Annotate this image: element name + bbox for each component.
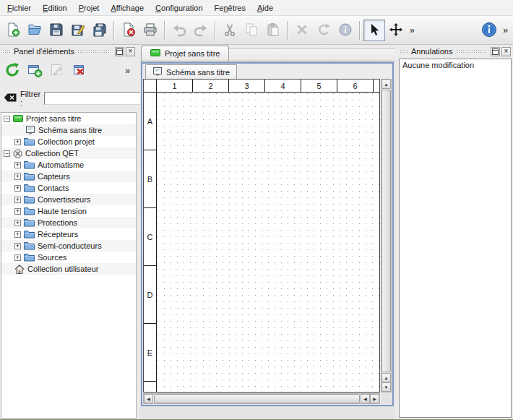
undo-history-list: Aucune modification [399,59,512,418]
save-all-button[interactable] [89,20,111,41]
diagram-grid-canvas[interactable] [158,93,379,392]
close-dock-button[interactable]: × [126,47,135,56]
menu-affichage[interactable]: Affichage [105,1,150,14]
float-window-icon [492,48,499,55]
expander-plus-icon[interactable]: + [14,220,21,226]
elements-panel-dock: Panel d'éléments × » Filtrer : −Projet s… [0,46,137,419]
scroll-up-button[interactable]: ▲ [381,373,391,382]
tree-item-sources[interactable]: +Sources [1,252,136,263]
float-dock-button[interactable] [115,47,124,56]
diagram-view[interactable]: 1 2 3 4 5 6 A B C D [143,79,380,393]
expander-plus-icon[interactable]: + [14,173,21,180]
scroll-left-button[interactable]: ◀ [144,394,153,403]
horizontal-scrollbar[interactable]: ◀ ◀ ▶ [143,393,380,404]
expander-plus-icon[interactable]: + [14,231,21,238]
menu-configuration[interactable]: Configuration [150,1,208,14]
print-icon [143,22,158,38]
expander-minus-icon[interactable]: − [4,116,10,122]
edit-element-button[interactable] [49,62,65,80]
select-mode-button[interactable] [363,20,385,41]
menu-edition[interactable]: Édition [37,1,73,14]
row-header: A [144,93,156,150]
delete-button[interactable] [291,20,313,41]
open-document-button[interactable] [24,20,46,41]
new-document-button[interactable] [2,20,24,41]
tree-item-collection-qet[interactable]: −Collection QET [1,147,136,159]
elements-panel-titlebar[interactable]: Panel d'éléments × [0,46,137,57]
vertical-scrollbar[interactable]: ▲ ▲ ▼ [381,79,392,393]
help-toolbar-overflow-chevron[interactable]: » [500,20,511,40]
tree-item-convertisseurs[interactable]: +Convertisseurs [1,194,136,205]
tab-schema-sans-titre[interactable]: Schéma sans titre [145,64,237,79]
reload-collections-button[interactable] [4,62,20,80]
expander-minus-icon[interactable]: − [4,150,10,157]
paste-button[interactable] [262,20,284,41]
tree-item-automatisme[interactable]: +Automatisme [1,159,136,171]
scroll-right-button[interactable]: ▶ [370,394,379,403]
column-header: 2 [193,80,229,92]
expander-plus-icon[interactable]: + [14,254,21,261]
float-dock-button[interactable] [491,47,500,56]
menu-aide[interactable]: Aide [251,1,279,14]
rotate-button[interactable] [313,20,335,41]
pan-mode-button[interactable] [385,20,407,41]
scroll-left-button[interactable]: ◀ [361,394,370,403]
expander-plus-icon[interactable]: + [14,243,21,249]
mdi-area: Projet sans titre Schéma sans titre [140,46,395,419]
clear-filter-icon[interactable] [4,93,17,103]
tree-item-project[interactable]: −Projet sans titre [1,113,136,124]
new-document-icon [6,22,20,38]
tree-item-recepteurs[interactable]: +Récepteurs [1,228,136,240]
print-button[interactable] [139,20,161,41]
qelectrotech-window: Fichier Édition Projet Affichage Configu… [0,0,513,420]
schema-tab-label: Schéma sans titre [166,68,230,77]
save-as-button[interactable] [67,20,89,41]
tree-item-contacts[interactable]: +Contacts [1,182,136,194]
save-button[interactable] [46,20,67,41]
filter-input[interactable] [44,92,152,105]
horizontal-scroll-track[interactable] [153,394,361,403]
tree-item-haute-tension[interactable]: +Haute tension [1,205,136,217]
dock-grip-texture [456,49,487,54]
about-button[interactable] [478,20,500,41]
elements-panel-toolbar: » [0,57,137,85]
toolbar-overflow-chevron[interactable]: » [407,20,418,40]
vertical-scroll-track[interactable] [381,89,391,373]
tree-item-capteurs[interactable]: +Capteurs [1,171,136,182]
element-info-icon [338,22,353,38]
element-info-button[interactable] [335,20,356,41]
menu-fenetres[interactable]: Fenêtres [209,1,251,14]
close-file-button[interactable] [118,20,139,41]
cut-button[interactable] [219,20,241,41]
tab-projet-sans-titre[interactable]: Projet sans titre [141,46,229,61]
tree-item-protections[interactable]: +Protections [1,217,136,228]
close-icon: × [504,48,509,55]
delete-element-icon [72,71,87,80]
tree-item-collection-utilisateur[interactable]: Collection utilisateur [1,263,136,275]
tree-item-schema[interactable]: Schéma sans titre [1,124,136,136]
menu-projet[interactable]: Projet [73,1,105,14]
expander-plus-icon[interactable]: + [14,208,21,215]
redo-button[interactable] [190,20,212,41]
new-element-button[interactable] [27,62,43,80]
column-headers: 1 2 3 4 5 6 [157,80,379,93]
float-window-icon [116,48,123,55]
folder-icon [24,241,35,250]
expander-plus-icon[interactable]: + [14,162,21,168]
tree-item-semi-conducteurs[interactable]: +Semi-conducteurs [1,240,136,252]
expander-plus-icon[interactable]: + [14,185,21,192]
scroll-up-button[interactable]: ▲ [381,80,391,89]
tree-item-collection-projet[interactable]: +Collection projet [1,136,136,147]
expander-plus-icon[interactable]: + [14,197,21,203]
delete-element-button[interactable] [72,62,87,80]
scroll-down-button[interactable]: ▼ [381,382,391,392]
panel-toolbar-overflow-chevron[interactable]: » [122,61,133,81]
expander-plus-icon[interactable]: + [14,139,21,145]
menu-fichier[interactable]: Fichier [1,1,37,14]
close-dock-button[interactable]: × [501,47,511,56]
undo-button[interactable] [168,20,190,41]
vertical-scroll-thumb[interactable] [381,90,391,372]
undo-panel-titlebar[interactable]: Annulations × [397,46,513,57]
copy-button[interactable] [241,20,262,41]
horizontal-scroll-thumb[interactable] [154,394,360,403]
